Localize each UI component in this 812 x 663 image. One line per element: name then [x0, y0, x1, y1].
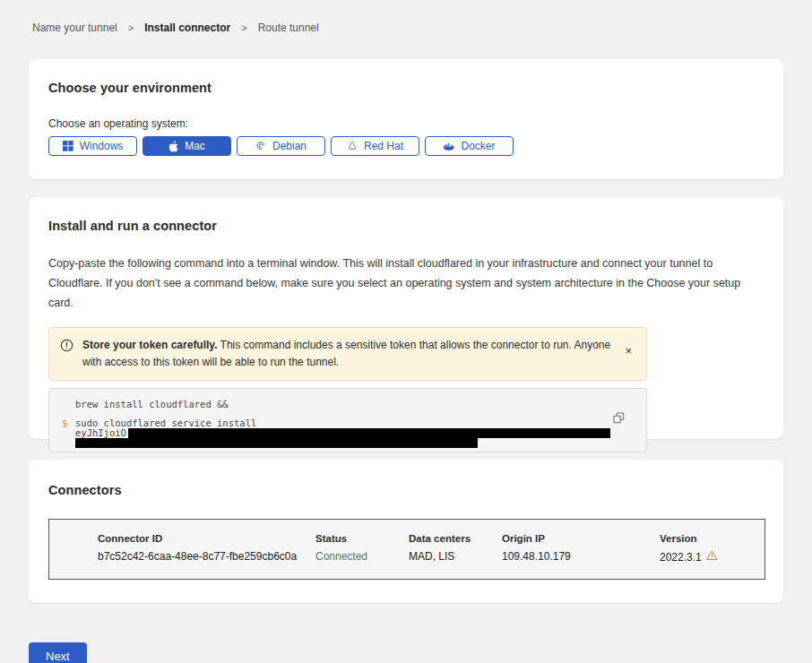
- windows-icon: [63, 141, 73, 151]
- choose-environment-title: Choose your environment: [48, 81, 764, 95]
- version-number: 2022.3.1: [660, 551, 702, 564]
- alert-text: Store your token carefully. This command…: [82, 337, 614, 371]
- next-button[interactable]: Next: [29, 642, 87, 663]
- debian-icon: [255, 141, 266, 151]
- connectors-table: Connector ID Status Data centers Origin …: [48, 519, 765, 580]
- token-warning-alert: Store your token carefully. This command…: [48, 327, 647, 381]
- redhat-penguin-icon: [347, 141, 358, 151]
- origin-ip-value: 109.48.10.179: [502, 550, 660, 564]
- token-prefix: eyJhIjoiO: [75, 428, 126, 438]
- connectors-table-header: Connector ID Status Data centers Origin …: [98, 533, 756, 544]
- connectors-title: Connectors: [48, 483, 764, 497]
- alert-text-bold: Store your token carefully.: [82, 339, 218, 351]
- column-header-origin-ip: Origin IP: [502, 533, 660, 544]
- column-header-status: Status: [315, 533, 409, 544]
- os-button-label: Docker: [461, 140, 495, 152]
- data-centers-value: MAD, LIS: [409, 550, 502, 564]
- install-command-codeblock[interactable]: brew install cloudflared && $ sudo cloud…: [48, 388, 647, 452]
- os-button-debian[interactable]: Debian: [237, 136, 325, 156]
- os-button-redhat[interactable]: Red Hat: [331, 136, 419, 156]
- breadcrumb-step-name-tunnel[interactable]: Name your tunnel: [32, 22, 117, 34]
- os-button-group: Windows Mac Debian Red Hat: [48, 136, 764, 156]
- code-line-token-2: [62, 438, 634, 448]
- shell-prompt: $: [62, 418, 75, 428]
- table-row: b7c52c42-6caa-48ee-8c77-fbe259cb6c0a Con…: [98, 550, 756, 564]
- apple-icon: [168, 141, 178, 152]
- os-button-label: Mac: [185, 140, 205, 152]
- breadcrumb-step-route-tunnel[interactable]: Route tunnel: [258, 22, 319, 34]
- version-value: 2022.3.1: [660, 550, 756, 564]
- connector-id-value: b7c52c42-6caa-48ee-8c77-fbe259cb6c0a: [98, 550, 315, 564]
- alert-circle-icon: [60, 339, 73, 357]
- breadcrumb-separator: >: [128, 22, 134, 33]
- alert-close-button[interactable]: ×: [623, 345, 634, 357]
- code-gutter: [62, 428, 75, 438]
- warning-triangle-icon: [706, 550, 718, 564]
- docker-whale-icon: [443, 142, 454, 151]
- os-button-docker[interactable]: Docker: [425, 136, 514, 156]
- os-button-label: Windows: [80, 140, 124, 152]
- os-select-label: Choose an operating system:: [48, 117, 764, 130]
- os-button-label: Red Hat: [364, 140, 403, 152]
- install-connector-title: Install and run a connector: [48, 219, 764, 233]
- choose-environment-card: Choose your environment Choose an operat…: [29, 59, 783, 179]
- copy-command-button[interactable]: [611, 410, 626, 428]
- os-button-mac[interactable]: Mac: [143, 136, 231, 156]
- breadcrumb-step-install-connector[interactable]: Install connector: [144, 22, 230, 34]
- connectors-card: Connectors Connector ID Status Data cent…: [29, 460, 783, 603]
- copy-icon: [613, 413, 625, 426]
- page: Name your tunnel > Install connector > R…: [0, 0, 812, 663]
- code-gutter: [62, 438, 75, 448]
- column-header-connector-id: Connector ID: [98, 533, 315, 544]
- column-header-version: Version: [660, 533, 756, 544]
- install-connector-card: Install and run a connector Copy-paste t…: [29, 197, 783, 439]
- code-text: brew install cloudflared &&: [75, 400, 229, 409]
- status-badge: Connected: [315, 550, 409, 564]
- column-header-data-centers: Data centers: [409, 533, 502, 544]
- os-button-label: Debian: [272, 140, 307, 152]
- code-line-brew: brew install cloudflared &&: [62, 400, 634, 409]
- os-button-windows[interactable]: Windows: [48, 136, 137, 156]
- install-description: Copy-paste the following command into a …: [48, 254, 764, 314]
- code-gutter: [62, 400, 75, 409]
- breadcrumb: Name your tunnel > Install connector > R…: [29, 22, 783, 34]
- breadcrumb-separator: >: [241, 22, 246, 33]
- redacted-token-bar: [128, 428, 610, 438]
- code-line-sudo: $ sudo cloudflared service install: [62, 418, 634, 428]
- redacted-token-bar: [75, 438, 478, 448]
- code-line-token: eyJhIjoiO: [62, 428, 634, 438]
